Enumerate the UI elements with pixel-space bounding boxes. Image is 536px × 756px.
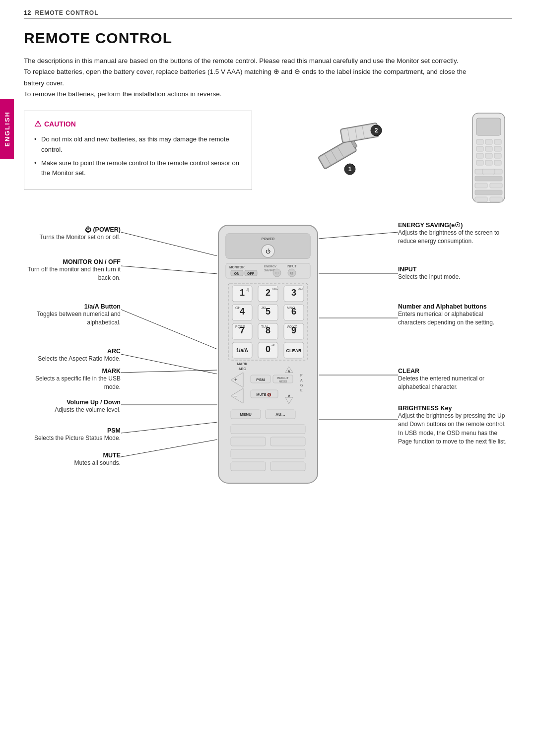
input-title: INPUT — [398, 266, 512, 273]
num-alpha-title: Number and Alphabet buttons — [398, 303, 512, 310]
label-energy-saving: ENERGY SAVING(e☉) Adjusts the brightness… — [398, 221, 512, 246]
mute-desc: Mutes all sounds. — [24, 459, 121, 467]
label-psm: PSM Selects the Picture Status Mode. — [24, 427, 121, 442]
svg-text:9: 9 — [291, 325, 296, 335]
svg-rect-122 — [270, 462, 305, 471]
label-brightness: BRIGHTNESS Key Adjust the brightness by … — [398, 405, 512, 446]
svg-rect-33 — [475, 176, 502, 181]
svg-text:7: 7 — [240, 325, 245, 335]
label-input: INPUT Selects the input mode. — [398, 266, 512, 281]
svg-text:OFF: OFF — [247, 272, 255, 275]
svg-text:ON: ON — [234, 272, 240, 275]
svg-rect-23 — [494, 146, 501, 151]
section-title: REMOTE CONTROL — [24, 30, 512, 47]
svg-text:BRIGHT: BRIGHT — [277, 377, 289, 379]
power-desc: Turns the Monitor set on or off. — [24, 233, 121, 242]
volume-title: Volume Up / Down — [24, 399, 121, 406]
svg-text:E: E — [300, 388, 303, 392]
mark-title: MARK — [24, 368, 121, 375]
svg-text:ABC: ABC — [272, 287, 278, 290]
small-remote-svg — [468, 111, 510, 205]
1aa-desc: Toggles between numerical and alphabetic… — [24, 310, 121, 327]
svg-text:–: – — [234, 393, 237, 398]
diagram-wrapper: ⏻ (POWER) Turns the Monitor set on or of… — [24, 221, 512, 499]
svg-rect-26 — [494, 153, 501, 158]
monitor-onoff-title: MONITOR ON / OFF — [24, 258, 121, 265]
label-power: ⏻ (POWER) Turns the Monitor set on or of… — [24, 226, 121, 242]
psm-desc: Selects the Picture Status Mode. — [24, 434, 121, 442]
num-alpha-desc: Enters numerical or alphabetical charact… — [398, 310, 512, 327]
svg-text:AU…: AU… — [275, 412, 285, 417]
caution-box: ⚠ CAUTION Do not mix old and new batteri… — [24, 111, 252, 190]
svg-line-127 — [121, 370, 217, 373]
svg-text:ARC: ARC — [238, 367, 246, 371]
svg-line-124 — [121, 266, 217, 274]
clear-desc: Deletes the entered numerical or alphabe… — [398, 375, 512, 392]
page-number: 12 — [24, 9, 31, 16]
svg-rect-20 — [494, 139, 501, 144]
svg-line-126 — [121, 354, 217, 374]
svg-text:INPUT: INPUT — [287, 264, 297, 268]
svg-rect-32 — [482, 169, 495, 174]
remote-control-svg: POWER ⏻ MONITOR ON OFF ENERGY SAVING ☉ I… — [203, 221, 333, 489]
svg-text:0: 0 — [266, 344, 270, 354]
energy-saving-desc: Adjusts the brightness of the screen to … — [398, 229, 512, 246]
psm-title: PSM — [24, 427, 121, 434]
intro-text: The descriptions in this manual are base… — [24, 56, 470, 100]
monitor-onoff-desc: Turn off the monitor and then turn it ba… — [24, 265, 121, 283]
svg-text:1: 1 — [240, 288, 245, 298]
label-num-alpha: Number and Alphabet buttons Enters numer… — [398, 303, 512, 327]
label-1aa: 1/a/A Button Toggles between numerical a… — [24, 303, 121, 327]
svg-rect-17 — [476, 118, 501, 135]
svg-text:1/a/A: 1/a/A — [236, 348, 248, 353]
battery-svg: 2 1 — [303, 111, 412, 190]
svg-line-125 — [121, 310, 217, 349]
energy-saving-title: ENERGY SAVING(e☉) — [398, 221, 512, 229]
intro-p1: The descriptions in this manual are base… — [24, 56, 470, 66]
svg-rect-28 — [485, 160, 492, 165]
svg-rect-22 — [485, 146, 492, 151]
label-mark: MARK Selects a specific file in the USB … — [24, 368, 121, 392]
caution-section: ⚠ CAUTION Do not mix old and new batteri… — [24, 111, 512, 206]
clear-title: CLEAR — [398, 368, 512, 375]
mute-title: MUTE — [24, 452, 121, 459]
caution-item-1: Do not mix old and new batteries, as thi… — [34, 134, 242, 155]
svg-rect-118 — [231, 437, 266, 446]
remote-graphic: POWER ⏻ MONITOR ON OFF ENERGY SAVING ☉ I… — [203, 221, 333, 491]
svg-rect-27 — [476, 160, 483, 165]
1aa-title: 1/a/A Button — [24, 303, 121, 310]
svg-rect-34 — [475, 183, 487, 188]
page-header-title: REMOTE CONTROL — [35, 9, 98, 16]
intro-p3: To remove the batteries, perform the ins… — [24, 89, 470, 100]
svg-rect-24 — [476, 153, 483, 158]
svg-line-123 — [121, 232, 217, 256]
svg-text:P: P — [300, 374, 303, 377]
svg-text:POWER: POWER — [262, 237, 274, 241]
svg-text:8: 8 — [266, 325, 270, 335]
svg-text:A: A — [300, 378, 303, 382]
svg-text:NESS: NESS — [279, 380, 287, 383]
label-arc: ARC Selects the Aspect Ratio Mode. — [24, 348, 121, 363]
svg-text:DEF: DEF — [298, 287, 304, 290]
brightness-title: BRIGHTNESS Key — [398, 405, 512, 412]
arc-title: ARC — [24, 348, 121, 355]
svg-line-129 — [121, 422, 217, 433]
power-title: ⏻ (POWER) — [24, 226, 121, 233]
svg-text:MENU: MENU — [240, 412, 252, 417]
svg-rect-21 — [476, 146, 483, 151]
svg-rect-36 — [475, 190, 502, 195]
svg-rect-37 — [475, 197, 487, 202]
svg-text:.!|: .!| — [246, 288, 249, 292]
svg-text:2: 2 — [266, 288, 270, 298]
svg-text:4: 4 — [240, 307, 245, 316]
svg-rect-38 — [490, 197, 502, 202]
svg-text:ENERGY: ENERGY — [264, 265, 276, 268]
svg-text:CLEAR: CLEAR — [286, 348, 302, 353]
label-clear: CLEAR Deletes the entered numerical or a… — [398, 368, 512, 392]
caution-title: ⚠ CAUTION — [34, 119, 242, 128]
label-monitor-onoff: MONITOR ON / OFF Turn off the monitor an… — [24, 258, 121, 283]
svg-rect-19 — [485, 139, 492, 144]
battery-image: 2 1 — [267, 111, 448, 190]
caution-list: Do not mix old and new batteries, as thi… — [34, 134, 242, 179]
input-desc: Selects the input mode. — [398, 273, 512, 281]
